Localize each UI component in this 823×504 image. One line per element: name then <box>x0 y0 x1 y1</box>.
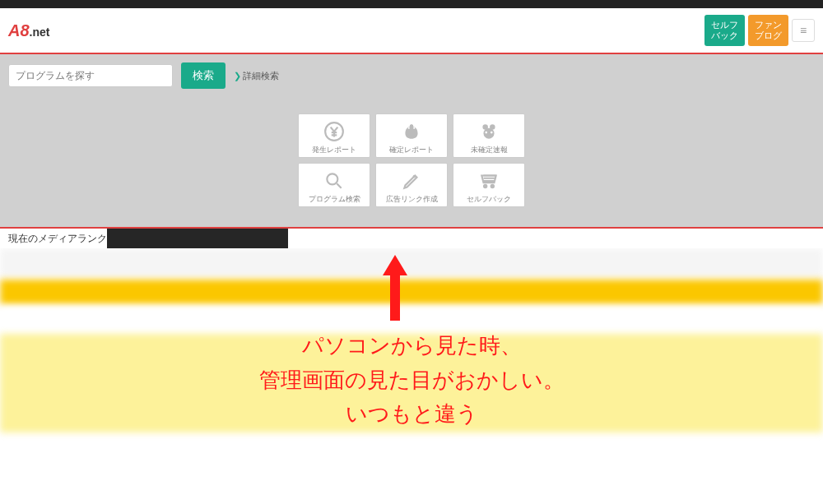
window-chrome <box>0 0 823 8</box>
selfback-button[interactable]: セルフ バック <box>704 15 745 46</box>
tile-label: 発生レポート <box>312 145 356 155</box>
tile-confirmed-report[interactable]: 確定レポート <box>375 113 448 158</box>
svg-point-7 <box>491 132 493 134</box>
chevron-right-icon: ❯ <box>234 71 241 81</box>
svg-point-4 <box>482 124 488 130</box>
purse-icon <box>400 120 423 143</box>
hamburger-icon: ≡ <box>800 24 807 37</box>
logo-suffix: .net <box>30 25 50 39</box>
logo[interactable]: A8.net <box>8 21 49 40</box>
menu-button[interactable]: ≡ <box>792 19 815 42</box>
tiles-grid: 発生レポート 確定レポート 未確定速報 プログラム検索 広告リンク作成 <box>298 113 525 207</box>
header-buttons: セルフ バック ファン ブログ ≡ <box>704 15 815 46</box>
advanced-search-label: 詳細検索 <box>243 71 279 81</box>
tile-label: プログラム検索 <box>309 194 360 205</box>
annotation-line-1: パソコンから見た時、 <box>0 329 823 363</box>
tile-unconfirmed-breaking[interactable]: 未確定速報 <box>453 113 525 158</box>
advanced-search-link[interactable]: ❯詳細検索 <box>234 70 279 82</box>
svg-point-9 <box>484 185 486 187</box>
pencil-icon <box>400 169 423 192</box>
svg-point-5 <box>490 124 495 130</box>
cart-icon <box>477 169 500 192</box>
svg-point-8 <box>327 173 337 184</box>
svg-point-10 <box>491 185 494 187</box>
yen-icon <box>323 120 346 143</box>
annotation-line-3: いつもと違う <box>0 397 823 432</box>
search-button[interactable]: 検索 <box>181 62 226 89</box>
tile-program-search[interactable]: プログラム検索 <box>298 163 370 207</box>
annotation-text: パソコンから見た時、 管理画面の見た目がおかしい。 いつもと違う <box>0 329 823 432</box>
tile-label: セルフバック <box>467 194 511 205</box>
bug-icon <box>477 120 500 143</box>
media-rank-bar: 現在のメディアランク <box>0 227 823 248</box>
tile-label: 確定レポート <box>389 145 434 155</box>
annotation-arrow <box>379 255 412 324</box>
logo-brand: A8 <box>8 21 30 39</box>
tiles-area: 発生レポート 確定レポート 未確定速報 プログラム検索 広告リンク作成 <box>0 97 823 227</box>
tile-label: 広告リンク作成 <box>386 194 438 205</box>
tile-label: 未確定速報 <box>471 145 508 155</box>
tile-ad-link-create[interactable]: 広告リンク作成 <box>375 163 448 207</box>
media-rank-label: 現在のメディアランク <box>0 232 107 246</box>
svg-point-6 <box>485 132 487 134</box>
tile-occurrence-report[interactable]: 発生レポート <box>298 113 370 158</box>
search-bar: 検索 ❯詳細検索 <box>0 54 823 97</box>
header: A8.net セルフ バック ファン ブログ ≡ <box>0 8 823 54</box>
annotation-line-2: 管理画面の見た目がおかしい。 <box>0 363 823 398</box>
search-icon <box>323 169 346 192</box>
svg-point-2 <box>413 127 415 128</box>
redacted-block <box>107 229 288 248</box>
search-input[interactable] <box>8 64 173 87</box>
tile-selfback[interactable]: セルフバック <box>453 163 525 207</box>
fanblog-button[interactable]: ファン ブログ <box>748 15 788 46</box>
svg-point-1 <box>408 127 410 128</box>
